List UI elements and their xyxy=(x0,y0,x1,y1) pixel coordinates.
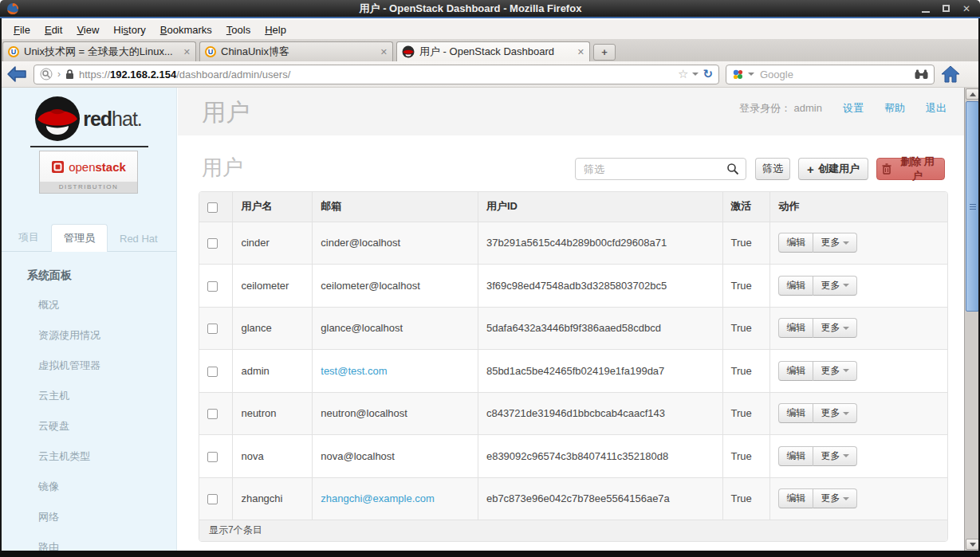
url-bar[interactable]: › https://192.168.2.154/dashboard/admin/… xyxy=(33,65,719,84)
more-actions-button[interactable]: 更多 xyxy=(813,446,857,466)
tab-close-icon[interactable]: ✕ xyxy=(183,47,191,57)
trash-icon xyxy=(882,163,891,175)
table-footer-count: 显示7个条目 xyxy=(199,520,947,541)
tab-close-icon[interactable]: ✕ xyxy=(577,47,584,57)
navigation-toolbar: › https://192.168.2.154/dashboard/admin/… xyxy=(0,61,980,88)
sidebar-item-instances[interactable]: 云主机 xyxy=(38,389,69,403)
table-footer-row: 显示7个条目 xyxy=(199,520,947,541)
menu-tools[interactable]: Tools xyxy=(219,24,258,36)
row-checkbox[interactable] xyxy=(207,494,218,504)
redhat-wordmark: redhat. xyxy=(83,108,142,131)
search-input[interactable] xyxy=(758,68,911,81)
header-enabled: 激活 xyxy=(722,192,770,222)
more-actions-button[interactable]: 更多 xyxy=(813,361,857,381)
sidebar-item-volumes[interactable]: 云硬盘 xyxy=(38,419,69,433)
more-actions-button[interactable]: 更多 xyxy=(813,403,857,423)
filter-button[interactable]: 筛选 xyxy=(755,158,790,180)
row-checkbox[interactable] xyxy=(207,367,218,377)
user-email: glance@localhost xyxy=(313,307,478,350)
lock-icon xyxy=(65,69,74,80)
edit-user-button[interactable]: 编辑 xyxy=(778,233,813,253)
menu-edit[interactable]: Edit xyxy=(37,24,69,36)
openstack-wordmark: openstack xyxy=(69,160,126,174)
search-engine-dropdown-icon[interactable] xyxy=(748,73,754,76)
tab-close-icon[interactable]: ✕ xyxy=(380,47,388,57)
tab-chinaunix-blog[interactable]: U ChinaUnix博客 ✕ xyxy=(199,41,393,61)
row-checkbox[interactable] xyxy=(207,238,218,249)
edit-user-button[interactable]: 编辑 xyxy=(778,446,813,466)
header-username: 用户名 xyxy=(233,192,313,222)
sidebar-item-networks[interactable]: 网络 xyxy=(38,510,59,524)
back-button[interactable] xyxy=(6,65,27,84)
menu-help[interactable]: Help xyxy=(258,24,293,36)
select-all-checkbox[interactable] xyxy=(207,202,218,213)
caret-down-icon xyxy=(843,369,849,372)
row-checkbox[interactable] xyxy=(207,409,218,419)
menu-history[interactable]: History xyxy=(106,24,152,36)
create-user-button[interactable]: + 创建用户 xyxy=(798,158,868,180)
caret-down-icon xyxy=(843,284,849,287)
edit-user-button[interactable]: 编辑 xyxy=(778,361,813,381)
edit-user-button[interactable]: 编辑 xyxy=(778,488,813,508)
more-actions-button[interactable]: 更多 xyxy=(813,233,857,253)
logged-in-as: 登录身份： admin xyxy=(739,101,822,116)
bookmark-star-icon[interactable]: ☆ xyxy=(678,67,688,81)
more-actions-button[interactable]: 更多 xyxy=(813,488,857,508)
header-actions: 动作 xyxy=(770,192,947,222)
menu-file[interactable]: File xyxy=(6,24,37,36)
user-name: cinder xyxy=(233,222,313,265)
sidebar-item-images[interactable]: 镜像 xyxy=(38,480,59,494)
row-checkbox[interactable] xyxy=(207,324,218,334)
home-icon[interactable] xyxy=(941,65,960,83)
sidebar-item-flavors[interactable]: 云主机类型 xyxy=(38,449,90,464)
tab-project[interactable]: 项目 xyxy=(6,224,51,251)
tab-unix-tech[interactable]: U Unix技术网 = 全球最大的Linux... ✕ xyxy=(2,41,196,61)
settings-link[interactable]: 设置 xyxy=(843,101,864,116)
more-actions-button[interactable]: 更多 xyxy=(813,276,857,296)
sidebar-item-hypervisors[interactable]: 虚拟机管理器 xyxy=(38,359,100,373)
scrollbar-thumb[interactable] xyxy=(966,101,979,312)
tab-admin[interactable]: 管理员 xyxy=(51,224,108,252)
user-enabled: True xyxy=(722,392,770,435)
tab-openstack-dashboard[interactable]: 用户 - OpenStack Dashboard ✕ xyxy=(396,41,590,61)
row-checkbox[interactable] xyxy=(207,281,218,292)
browser-window: 用户 - OpenStack Dashboard - Mozilla Firef… xyxy=(0,0,980,557)
tab-redhat[interactable]: Red Hat xyxy=(108,226,170,251)
user-name: nova xyxy=(233,435,313,478)
bookmark-dropdown-icon[interactable] xyxy=(692,73,699,76)
edit-user-button[interactable]: 编辑 xyxy=(778,403,813,423)
redhat-hat-icon xyxy=(34,96,81,142)
menu-bookmarks[interactable]: Bookmarks xyxy=(153,24,219,36)
vertical-scrollbar[interactable] xyxy=(964,88,980,551)
reload-icon[interactable]: ↻ xyxy=(703,67,713,81)
window-border-left xyxy=(0,18,2,557)
row-checkbox[interactable] xyxy=(207,452,218,462)
user-id: 5dafa6432a3446bf9f386aaed58cdbcd xyxy=(478,307,722,350)
user-email-link[interactable]: test@test.com xyxy=(321,365,387,377)
user-id: 3f69c98ed47548adb3d3285803702bc5 xyxy=(478,265,722,308)
menu-view[interactable]: View xyxy=(69,24,106,36)
users-table: 用户名 邮箱 用户ID 激活 动作 cinder cinder@localhos… xyxy=(199,191,948,542)
page-icon[interactable] xyxy=(40,68,53,80)
help-link[interactable]: 帮助 xyxy=(884,101,905,116)
new-tab-button[interactable]: + xyxy=(593,44,616,61)
filter-input[interactable] xyxy=(582,163,726,176)
minimize-icon[interactable] xyxy=(922,11,930,13)
user-enabled: True xyxy=(722,350,770,393)
edit-user-button[interactable]: 编辑 xyxy=(778,276,813,296)
user-email-link[interactable]: zhangchi@example.com xyxy=(321,492,435,504)
sidebar-item-overview[interactable]: 概况 xyxy=(38,298,59,312)
more-actions-button[interactable]: 更多 xyxy=(813,318,857,338)
table-row: cinder cinder@localhost 37b291a5615c44b2… xyxy=(199,222,947,265)
scroll-up-button[interactable] xyxy=(966,88,979,100)
search-box[interactable] xyxy=(726,65,935,84)
binoculars-icon[interactable] xyxy=(915,69,928,80)
sidebar-item-resource-usage[interactable]: 资源使用情况 xyxy=(38,328,100,343)
logout-link[interactable]: 退出 xyxy=(926,101,947,116)
close-window-icon[interactable]: ✕ xyxy=(962,4,970,14)
maximize-icon[interactable] xyxy=(943,5,950,12)
delete-users-button[interactable]: 删除 用户 xyxy=(876,158,945,180)
scroll-down-button[interactable] xyxy=(966,539,979,550)
edit-user-button[interactable]: 编辑 xyxy=(778,318,813,338)
caret-down-icon xyxy=(843,454,849,457)
